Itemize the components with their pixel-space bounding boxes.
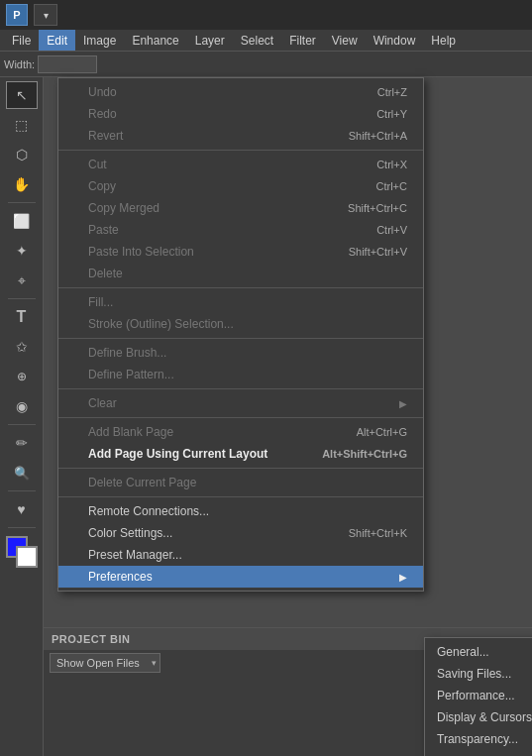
tool-zoom[interactable]: 🔍 [6, 459, 38, 486]
canvas-area: Undo Ctrl+Z Redo Ctrl+Y Revert Shift+Ctr… [44, 77, 532, 756]
menu-color-settings[interactable]: Color Settings... Shift+Ctrl+K [58, 522, 423, 544]
menu-fill[interactable]: Fill... [58, 291, 423, 313]
tool-red-eye[interactable]: ◉ [6, 392, 38, 420]
menu-file[interactable]: File [4, 30, 39, 51]
menu-image[interactable]: Image [75, 30, 124, 51]
tool-type[interactable]: T [6, 303, 38, 331]
app-logo: P [6, 4, 28, 26]
tool-brush[interactable]: ✏ [6, 429, 38, 457]
options-toolbar: Width: [0, 52, 532, 77]
left-toolbar: ↖ ⬚ ⬡ ✋ ⬜ ✦ ⌖ T ✩ ⊕ ◉ ✏ 🔍 ♥ [0, 77, 44, 756]
tool-crop[interactable]: ⬜ [6, 207, 38, 235]
separator-3 [58, 338, 423, 339]
tool-healing[interactable]: ⌖ [6, 267, 38, 294]
menu-view[interactable]: View [324, 30, 366, 51]
pref-units-rulers[interactable]: Units & Rulers... [425, 750, 532, 756]
pref-display-cursors[interactable]: Display & Cursors... [425, 706, 532, 728]
menu-bar: File Edit Image Enhance Layer Select Fil… [0, 30, 532, 52]
separator-2 [58, 287, 423, 288]
tool-separator-3 [8, 424, 36, 425]
menu-copy[interactable]: Copy Ctrl+C [58, 175, 423, 197]
tool-lasso[interactable]: ⬡ [6, 141, 38, 168]
pref-performance[interactable]: Performance... [425, 685, 532, 706]
menu-define-brush[interactable]: Define Brush... [58, 342, 423, 364]
menu-enhance[interactable]: Enhance [124, 30, 186, 51]
main-area: ↖ ⬚ ⬡ ✋ ⬜ ✦ ⌖ T ✩ ⊕ ◉ ✏ 🔍 ♥ Undo Ctrl+Z [0, 77, 532, 756]
show-files-select-wrapper: Show Open Files ▾ [50, 653, 160, 673]
menu-clear[interactable]: Clear ▶ [58, 392, 423, 414]
separator-7 [58, 496, 423, 497]
tool-separator-4 [8, 490, 36, 491]
menu-delete[interactable]: Delete [58, 263, 423, 284]
preferences-submenu: General... Ctrl+K Saving Files... Perfor… [424, 637, 532, 756]
menu-redo[interactable]: Redo Ctrl+Y [58, 103, 423, 125]
title-dropdown-button[interactable]: ▾ [34, 4, 57, 26]
separator-4 [58, 388, 423, 389]
menu-remote-connections[interactable]: Remote Connections... [58, 500, 423, 522]
menu-add-page-layout[interactable]: Add Page Using Current Layout Alt+Shift+… [58, 443, 423, 465]
menu-revert[interactable]: Revert Shift+Ctrl+A [58, 125, 423, 147]
menu-layer[interactable]: Layer [187, 30, 233, 51]
tool-select[interactable]: ↖ [6, 81, 38, 109]
width-label: Width: [4, 58, 35, 70]
menu-select[interactable]: Select [233, 30, 281, 51]
menu-add-blank-page[interactable]: Add Blank Page Alt+Ctrl+G [58, 421, 423, 443]
separator-6 [58, 468, 423, 469]
menu-paste-into[interactable]: Paste Into Selection Shift+Ctrl+V [58, 241, 423, 263]
show-files-select[interactable]: Show Open Files [50, 653, 160, 673]
menu-preset-manager[interactable]: Preset Manager... [58, 544, 423, 566]
menu-copy-merged[interactable]: Copy Merged Shift+Ctrl+C [58, 197, 423, 219]
separator-1 [58, 150, 423, 151]
clear-arrow: ▶ [399, 398, 407, 409]
tool-extra[interactable]: ♥ [6, 495, 38, 523]
menu-edit[interactable]: Edit [39, 30, 75, 51]
title-bar: P ▾ [0, 0, 532, 30]
menu-help[interactable]: Help [423, 30, 464, 51]
separator-5 [58, 417, 423, 418]
menu-cut[interactable]: Cut Ctrl+X [58, 154, 423, 175]
edit-menu: Undo Ctrl+Z Redo Ctrl+Y Revert Shift+Ctr… [57, 77, 424, 592]
tool-hand[interactable]: ✋ [6, 170, 38, 198]
menu-stroke[interactable]: Stroke (Outline) Selection... [58, 313, 423, 335]
tool-separator-2 [8, 298, 36, 299]
pref-saving-files[interactable]: Saving Files... [425, 663, 532, 685]
tool-custom-shape[interactable]: ✩ [6, 333, 38, 361]
menu-preferences[interactable]: Preferences ▶ [58, 566, 423, 588]
menu-define-pattern[interactable]: Define Pattern... [58, 364, 423, 385]
menu-undo[interactable]: Undo Ctrl+Z [58, 81, 423, 103]
menu-delete-page[interactable]: Delete Current Page [58, 472, 423, 493]
tool-magic-wand[interactable]: ✦ [6, 237, 38, 265]
pref-transparency[interactable]: Transparency... [425, 728, 532, 750]
preferences-arrow: ▶ [399, 572, 407, 583]
menu-paste[interactable]: Paste Ctrl+V [58, 219, 423, 241]
menu-filter[interactable]: Filter [281, 30, 324, 51]
tool-marquee[interactable]: ⬚ [6, 111, 38, 139]
pref-general[interactable]: General... Ctrl+K [425, 641, 532, 663]
width-input[interactable] [38, 55, 97, 73]
menu-window[interactable]: Window [366, 30, 424, 51]
tool-separator-1 [8, 202, 36, 203]
background-color[interactable] [16, 546, 38, 568]
color-swatch[interactable] [6, 536, 38, 568]
tool-eyedropper[interactable]: ⊕ [6, 363, 38, 390]
tool-separator-5 [8, 527, 36, 528]
